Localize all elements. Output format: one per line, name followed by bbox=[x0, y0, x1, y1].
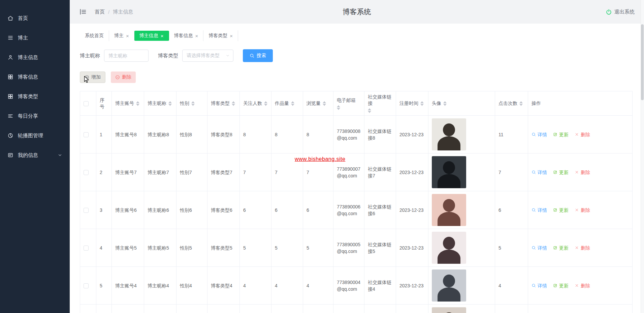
search-button[interactable]: 搜索 bbox=[243, 49, 273, 62]
select-all-checkbox[interactable] bbox=[84, 101, 89, 106]
sidebar-item-4[interactable]: 博客类型 bbox=[0, 87, 70, 106]
tab-label: 系统首页 bbox=[85, 33, 104, 39]
sort-icon[interactable] bbox=[191, 101, 195, 106]
detail-link[interactable]: 详情 bbox=[532, 207, 547, 214]
column-header-index: 序号 bbox=[96, 91, 112, 116]
column-header-type[interactable]: 博客类型 bbox=[207, 91, 240, 116]
cell-actions: 详情更新删除 bbox=[528, 229, 633, 267]
cell-works: 5 bbox=[271, 229, 303, 267]
cell-email: 773890006@qq.com bbox=[333, 191, 364, 229]
cell-views: 4 bbox=[303, 267, 333, 305]
column-header-gender[interactable]: 性别 bbox=[176, 91, 207, 116]
row-checkbox[interactable] bbox=[84, 208, 89, 213]
logout-button[interactable]: 退出系统 bbox=[606, 9, 635, 15]
update-link[interactable]: 更新 bbox=[553, 207, 569, 214]
lines-icon bbox=[7, 113, 13, 119]
cell-social: 社交媒体链接5 bbox=[364, 229, 396, 267]
sidebar-item-3[interactable]: 博客信息 bbox=[0, 67, 70, 87]
detail-link[interactable]: 详情 bbox=[532, 245, 547, 251]
row-checkbox[interactable] bbox=[84, 246, 89, 251]
row-delete-link[interactable]: 删除 bbox=[575, 245, 590, 251]
sidebar-item-2[interactable]: 博主信息 bbox=[0, 48, 70, 67]
table-row-3: 3博主账号6博主昵称6性别6博客类型6666773890006@qq.com社交… bbox=[80, 191, 633, 229]
sort-icon[interactable] bbox=[368, 108, 371, 113]
sort-icon[interactable] bbox=[420, 101, 424, 106]
sort-icon[interactable] bbox=[337, 105, 340, 110]
cell-avatar bbox=[428, 191, 495, 229]
search-icon bbox=[250, 53, 254, 58]
sidebar-item-0[interactable]: 首页 bbox=[0, 8, 70, 28]
avatar-image bbox=[432, 118, 466, 150]
sidebar-item-7[interactable]: 我的信息 bbox=[0, 145, 70, 165]
sort-icon[interactable] bbox=[136, 101, 139, 106]
row-checkbox[interactable] bbox=[84, 283, 89, 288]
sort-icon[interactable] bbox=[168, 101, 172, 106]
cell-account: 博主账号6 bbox=[112, 191, 144, 229]
close-icon[interactable]: × bbox=[230, 33, 233, 38]
cell-social: 社交媒体链接3 bbox=[364, 305, 396, 313]
scrollbar[interactable] bbox=[641, 0, 644, 313]
column-header-avatar[interactable]: 头像 bbox=[428, 91, 495, 116]
sort-icon[interactable] bbox=[323, 101, 326, 106]
delete-button-label: 删除 bbox=[122, 74, 131, 80]
row-checkbox[interactable] bbox=[84, 132, 89, 137]
column-header-clicks[interactable]: 点击次数 bbox=[495, 91, 528, 116]
x-icon bbox=[575, 246, 579, 250]
update-link[interactable]: 更新 bbox=[553, 245, 569, 251]
tab-4[interactable]: 博客类型× bbox=[203, 30, 238, 41]
plus-circle-icon bbox=[85, 75, 89, 80]
cell-account: 博主账号3 bbox=[112, 305, 144, 313]
cell-check bbox=[80, 191, 96, 229]
sidebar-item-1[interactable]: 博主 bbox=[0, 28, 70, 48]
cell-index: 4 bbox=[96, 229, 112, 267]
menu-fold-icon[interactable] bbox=[79, 8, 87, 16]
sort-icon[interactable] bbox=[519, 101, 523, 106]
sort-icon[interactable] bbox=[264, 101, 267, 106]
cell-followers: 6 bbox=[240, 191, 271, 229]
row-checkbox[interactable] bbox=[84, 170, 89, 175]
update-link[interactable]: 更新 bbox=[553, 169, 569, 176]
nickname-input[interactable] bbox=[104, 50, 149, 62]
column-header-followers[interactable]: 关注人数 bbox=[240, 91, 271, 116]
row-delete-link[interactable]: 删除 bbox=[575, 207, 590, 214]
column-header-works[interactable]: 作品量 bbox=[271, 91, 303, 116]
column-header-social[interactable]: 社交媒体链接 bbox=[364, 91, 396, 116]
row-delete-link[interactable]: 删除 bbox=[575, 131, 590, 138]
sort-icon[interactable] bbox=[291, 101, 294, 106]
row-delete-link[interactable]: 删除 bbox=[575, 169, 590, 176]
tab-3[interactable]: 博客信息× bbox=[169, 30, 204, 41]
detail-link[interactable]: 详情 bbox=[532, 169, 547, 176]
add-button[interactable]: 增加 bbox=[80, 72, 105, 83]
update-link[interactable]: 更新 bbox=[553, 131, 569, 138]
breadcrumb-home[interactable]: 首页 bbox=[95, 9, 105, 15]
cell-email: 773890005@qq.com bbox=[333, 229, 364, 267]
delete-button[interactable]: 删除 bbox=[111, 72, 136, 83]
column-header-account[interactable]: 博主账号 bbox=[112, 91, 144, 116]
sort-icon[interactable] bbox=[232, 101, 235, 106]
column-header-nickname[interactable]: 博主昵称 bbox=[144, 91, 176, 116]
close-icon[interactable]: × bbox=[161, 33, 164, 38]
cell-followers: 5 bbox=[240, 229, 271, 267]
cell-check bbox=[80, 267, 96, 305]
cell-account: 博主账号8 bbox=[112, 116, 144, 153]
detail-link[interactable]: 详情 bbox=[532, 282, 547, 289]
column-header-registered[interactable]: 注册时间 bbox=[396, 91, 428, 116]
row-delete-link[interactable]: 删除 bbox=[575, 282, 590, 289]
type-select[interactable]: 请选择博客类型 bbox=[182, 50, 233, 62]
sort-icon[interactable] bbox=[443, 101, 447, 106]
cell-avatar bbox=[428, 116, 495, 153]
update-link[interactable]: 更新 bbox=[553, 282, 569, 289]
column-header-views[interactable]: 浏览量 bbox=[303, 91, 333, 116]
tab-2[interactable]: 博主信息× bbox=[134, 31, 169, 41]
avatar-image bbox=[432, 269, 466, 302]
sidebar-item-5[interactable]: 每日分享 bbox=[0, 106, 70, 126]
scrollbar-thumb[interactable] bbox=[641, 24, 644, 100]
close-icon[interactable]: × bbox=[126, 33, 129, 38]
tab-0[interactable]: 系统首页 bbox=[80, 30, 109, 41]
close-icon[interactable]: × bbox=[195, 33, 198, 38]
sidebar-item-6[interactable]: 轮播图管理 bbox=[0, 126, 70, 145]
detail-link[interactable]: 详情 bbox=[532, 131, 547, 138]
column-header-email[interactable]: 电子邮箱 bbox=[333, 91, 364, 116]
tab-1[interactable]: 博主× bbox=[109, 30, 134, 41]
type-select-placeholder: 请选择博客类型 bbox=[187, 53, 220, 59]
